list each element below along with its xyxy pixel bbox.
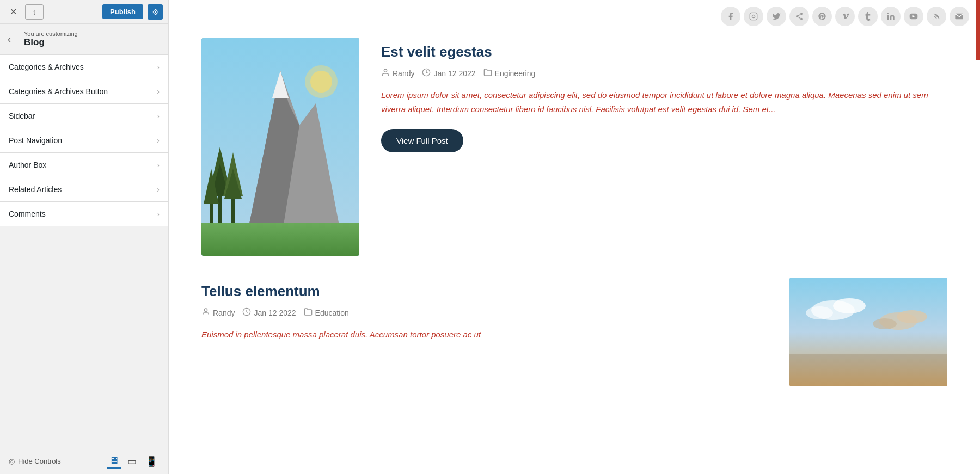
- hide-controls-button[interactable]: ◎ Hide Controls: [9, 457, 61, 465]
- twitter-icon: [767, 7, 786, 26]
- svg-point-3: [796, 15, 798, 17]
- svg-point-26: [310, 71, 332, 93]
- svg-point-37: [873, 318, 897, 329]
- category-text-1: Engineering: [495, 69, 536, 78]
- hide-controls-label: Hide Controls: [18, 457, 61, 465]
- folder-icon-1: [483, 68, 492, 78]
- toolbar: ✕ ↕ Publish ⚙: [0, 0, 168, 24]
- nav-item-label: Comments: [9, 210, 46, 218]
- post-content-2: Tellus elementum Randy Jan 12 2022: [201, 278, 768, 355]
- accent-bar-container: [976, 0, 980, 474]
- post-category-2: Education: [304, 307, 349, 318]
- svg-point-36: [897, 310, 927, 323]
- chevron-right-icon: ›: [157, 87, 160, 96]
- back-button[interactable]: ‹: [8, 34, 11, 45]
- nav-item-sidebar[interactable]: Sidebar›: [0, 104, 168, 128]
- chevron-right-icon: ›: [157, 112, 160, 120]
- post-date-1: Jan 12 2022: [422, 68, 475, 78]
- post-author-1: Randy: [381, 68, 414, 78]
- chevron-right-icon: ›: [157, 63, 160, 71]
- svg-line-5: [798, 17, 801, 19]
- svg-rect-38: [789, 354, 947, 386]
- svg-point-27: [384, 69, 387, 72]
- author-name-1: Randy: [393, 69, 414, 78]
- customizer-panel: ✕ ↕ Publish ⚙ ‹ You are customizing Blog…: [0, 0, 169, 474]
- youtube-icon: [904, 7, 923, 26]
- date-text-2: Jan 12 2022: [254, 309, 296, 317]
- date-text-1: Jan 12 2022: [433, 69, 475, 78]
- nav-item-label: Post Navigation: [9, 136, 62, 145]
- svg-rect-0: [750, 13, 757, 20]
- folder-icon-2: [304, 307, 313, 318]
- svg-point-9: [934, 19, 934, 19]
- post-title-2: Tellus elementum: [201, 283, 768, 300]
- device-icons: 🖥 ▭ 📱: [107, 454, 160, 469]
- vimeo-icon: [835, 7, 855, 26]
- breadcrumb: ‹ You are customizing Blog: [0, 24, 168, 55]
- nav-item-author-box[interactable]: Author Box›: [0, 153, 168, 177]
- post-excerpt-1: Lorem ipsum dolor sit amet, consectetur …: [381, 88, 947, 116]
- nav-item-label: Sidebar: [9, 112, 35, 120]
- post-content-1: Est velit egestas Randy Jan 12 2022: [381, 38, 947, 152]
- posts-container: Est velit egestas Randy Jan 12 2022: [169, 33, 980, 414]
- nav-item-post-navigation[interactable]: Post Navigation›: [0, 128, 168, 153]
- post-card-2: Tellus elementum Randy Jan 12 2022: [201, 278, 947, 386]
- linkedin-icon: [881, 7, 901, 26]
- svg-point-29: [204, 309, 207, 311]
- chevron-right-icon: ›: [157, 185, 160, 194]
- svg-line-6: [798, 14, 801, 16]
- svg-point-7: [887, 13, 889, 14]
- post-image-2: [789, 278, 947, 386]
- clock-icon-2: [242, 307, 251, 318]
- social-bar: [169, 0, 980, 33]
- svg-point-33: [833, 298, 866, 313]
- rss-icon: [927, 7, 946, 26]
- post-date-2: Jan 12 2022: [242, 307, 296, 318]
- svg-point-2: [800, 13, 803, 15]
- clock-icon-1: [422, 68, 431, 78]
- post-category-1: Engineering: [483, 68, 536, 78]
- chevron-right-icon: ›: [157, 161, 160, 169]
- instagram-icon: [744, 7, 763, 26]
- preview-panel: Est velit egestas Randy Jan 12 2022: [169, 0, 980, 474]
- eye-icon: ◎: [9, 457, 15, 465]
- mobile-device-button[interactable]: 📱: [143, 454, 160, 469]
- user-icon: [381, 68, 390, 78]
- email-icon: [950, 7, 969, 26]
- nav-list: Categories & Archives›Categories & Archi…: [0, 55, 168, 226]
- category-text-2: Education: [315, 309, 349, 317]
- reorder-button[interactable]: ↕: [25, 4, 44, 20]
- chevron-right-icon: ›: [157, 136, 160, 145]
- svg-point-34: [806, 306, 833, 319]
- publish-button[interactable]: Publish: [102, 4, 143, 19]
- nav-item-categories-archives[interactable]: Categories & Archives›: [0, 55, 168, 79]
- view-post-button-1[interactable]: View Full Post: [381, 129, 463, 152]
- post-meta-1: Randy Jan 12 2022 Engineering: [381, 68, 947, 78]
- svg-point-4: [800, 18, 803, 20]
- facebook-icon: [721, 7, 740, 26]
- settings-button[interactable]: ⚙: [148, 4, 163, 20]
- post-card-1: Est velit egestas Randy Jan 12 2022: [201, 38, 947, 256]
- post-image-1: [201, 38, 359, 256]
- chevron-right-icon: ›: [157, 210, 160, 218]
- user-icon-2: [201, 307, 210, 318]
- desktop-device-button[interactable]: 🖥: [107, 454, 121, 469]
- post-author-2: Randy: [201, 307, 235, 318]
- bottom-bar: ◎ Hide Controls 🖥 ▭ 📱: [0, 448, 168, 474]
- page-title: Blog: [24, 37, 160, 48]
- nav-item-categories-archives-button[interactable]: Categories & Archives Button›: [0, 79, 168, 104]
- tumblr-icon: [858, 7, 878, 26]
- author-name-2: Randy: [213, 309, 235, 317]
- nav-item-label: Categories & Archives Button: [9, 87, 108, 96]
- nav-item-related-articles[interactable]: Related Articles›: [0, 177, 168, 202]
- nav-item-label: Author Box: [9, 161, 46, 169]
- close-button[interactable]: ✕: [5, 4, 21, 20]
- nav-item-comments[interactable]: Comments›: [0, 202, 168, 226]
- post-title-1: Est velit egestas: [381, 44, 947, 60]
- pinterest-icon: [812, 7, 832, 26]
- share-icon: [789, 7, 809, 26]
- tablet-device-button[interactable]: ▭: [125, 454, 139, 469]
- post-meta-2: Randy Jan 12 2022 Education: [201, 307, 768, 318]
- nav-item-label: Related Articles: [9, 185, 62, 194]
- accent-bar: [976, 0, 980, 60]
